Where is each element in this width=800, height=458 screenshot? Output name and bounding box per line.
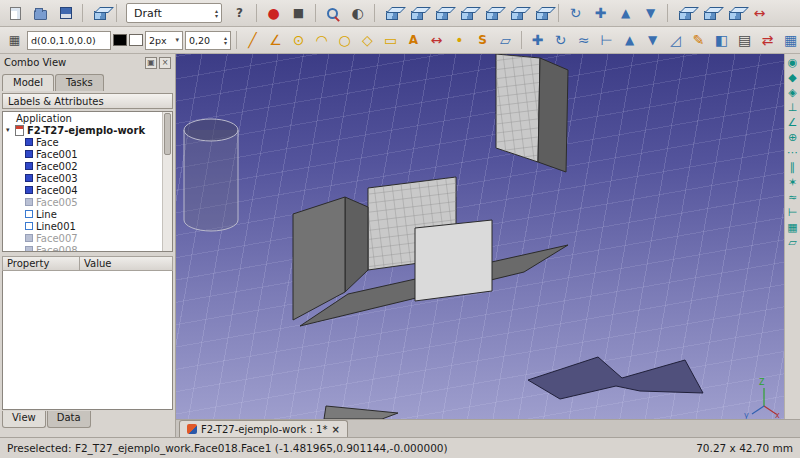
draft-shape2dview-button[interactable]: ▤: [734, 29, 755, 51]
macro-record-button[interactable]: ●: [262, 2, 285, 24]
draft-move-button[interactable]: ✚: [527, 29, 548, 51]
draft-text-button[interactable]: A: [403, 29, 424, 51]
draft-edit-button[interactable]: ✎: [688, 29, 709, 51]
back-wall-face[interactable]: [345, 197, 368, 292]
draft-subelement-button[interactable]: ◧: [711, 29, 732, 51]
macro-stop-button[interactable]: ■: [287, 2, 310, 24]
draft-rectangle-button[interactable]: ▭: [380, 29, 401, 51]
texture-view-button[interactable]: [723, 2, 746, 24]
line-width-select[interactable]: 2px ▾: [145, 31, 183, 50]
draft-polyline-button[interactable]: ∠: [265, 29, 286, 51]
tree-item[interactable]: Line: [3, 208, 172, 220]
flat-polygon-object[interactable]: [528, 357, 703, 399]
snap-center-icon[interactable]: ⊕: [788, 132, 797, 144]
box-side-face[interactable]: [538, 58, 568, 172]
draft-arc-button[interactable]: ◠: [311, 29, 332, 51]
property-column-header[interactable]: Property: [2, 256, 80, 271]
scale-spinbox[interactable]: 0,20 ▴▾: [185, 31, 231, 50]
view-top-button[interactable]: [430, 2, 453, 24]
close-tab-icon[interactable]: ×: [331, 424, 339, 435]
draft-shapestring-button[interactable]: S: [472, 29, 493, 51]
draft-rotate-button[interactable]: ↻: [550, 29, 571, 51]
3d-viewport[interactable]: Z x y: [176, 54, 784, 419]
snap-midpoint-icon[interactable]: ◈: [788, 87, 796, 99]
draft-line-button[interactable]: ╱: [242, 29, 263, 51]
draw-style-button[interactable]: ◐: [346, 2, 369, 24]
zoom-fit-button[interactable]: [321, 2, 344, 24]
tree-item[interactable]: Face003: [3, 172, 172, 184]
close-panel-icon[interactable]: ×: [159, 57, 171, 69]
ground-shape-object[interactable]: [324, 406, 398, 419]
clipping-plane-button[interactable]: [698, 2, 721, 24]
view-left-button[interactable]: [530, 2, 553, 24]
draft-draft2sketch-button[interactable]: ⇄: [757, 29, 778, 51]
front-panel-face[interactable]: [415, 220, 492, 301]
tree-item[interactable]: Face: [3, 136, 172, 148]
tree-item[interactable]: Face005: [3, 196, 172, 208]
snap-grid-icon[interactable]: ▦: [787, 222, 797, 234]
draft-upgrade-button[interactable]: ▲: [619, 29, 640, 51]
draft-ellipse-button[interactable]: ○: [334, 29, 355, 51]
snap-angle-icon[interactable]: ∠: [788, 117, 798, 129]
part-box-button[interactable]: [88, 2, 111, 24]
document-tab[interactable]: F2-T27-ejemplo-work : 1* ×: [179, 420, 348, 437]
tree-item[interactable]: Face001: [3, 148, 172, 160]
measure-distance-button[interactable]: ↔: [748, 2, 771, 24]
grid-toggle-button[interactable]: ▦: [4, 29, 25, 51]
workbench-selector[interactable]: Draft ▴▾: [126, 3, 222, 23]
tree-item[interactable]: Face004: [3, 184, 172, 196]
snap-near-icon[interactable]: ≈: [788, 192, 797, 204]
view-up-button[interactable]: ▲: [614, 2, 637, 24]
draft-dimension-button[interactable]: ↔: [426, 29, 447, 51]
property-table-body[interactable]: [2, 271, 173, 410]
tree-item[interactable]: Line001: [3, 220, 172, 232]
labels-attributes-header[interactable]: Labels & Attributes: [2, 93, 173, 109]
value-column-header[interactable]: Value: [80, 256, 173, 271]
tree-scrollbar[interactable]: [162, 112, 172, 251]
dock-panel-icon[interactable]: ▣: [145, 57, 157, 69]
draft-circle-button[interactable]: ⊙: [288, 29, 309, 51]
tab-view[interactable]: View: [2, 411, 46, 428]
new-document-button[interactable]: [4, 2, 27, 24]
working-plane-field[interactable]: d(0.0,1.0,0.0): [27, 31, 111, 50]
view-isometric-button[interactable]: [380, 2, 403, 24]
scrollbar-thumb[interactable]: [164, 113, 171, 155]
box-object[interactable]: [496, 54, 568, 172]
tree-item[interactable]: Face008: [3, 244, 172, 252]
snap-ortho-icon[interactable]: ⊢: [788, 207, 798, 219]
snap-special-icon[interactable]: ✶: [788, 177, 797, 189]
sheet-structure-object[interactable]: [293, 177, 568, 326]
draft-offset-button[interactable]: ≈: [573, 29, 594, 51]
view-rear-button[interactable]: [480, 2, 503, 24]
cylinder-object[interactable]: [184, 119, 238, 231]
snap-extension-icon[interactable]: ⋯: [787, 147, 798, 159]
snap-lock-icon[interactable]: ◉: [788, 57, 798, 69]
draft-point-button[interactable]: •: [449, 29, 470, 51]
line-color-swatch[interactable]: [113, 34, 127, 46]
tree-item-application[interactable]: Application: [3, 112, 172, 124]
snap-working-plane-icon[interactable]: ▱: [788, 237, 796, 249]
draft-downgrade-button[interactable]: ▼: [642, 29, 663, 51]
tree-item-document[interactable]: ▾ F2-T27-ejemplo-work: [3, 124, 172, 136]
snap-endpoint-icon[interactable]: ◆: [788, 72, 796, 84]
tab-model[interactable]: Model: [2, 74, 54, 91]
view-bottom-button[interactable]: [505, 2, 528, 24]
tab-data[interactable]: Data: [47, 411, 91, 428]
save-document-button[interactable]: [54, 2, 77, 24]
face-color-swatch[interactable]: [129, 34, 143, 46]
draft-array-button[interactable]: ▦: [780, 29, 800, 51]
whatsthis-button[interactable]: ?: [228, 2, 251, 24]
draft-trimex-button[interactable]: ⊢: [596, 29, 617, 51]
open-document-button[interactable]: [29, 2, 52, 24]
tree-item[interactable]: Face002: [3, 160, 172, 172]
view-front-button[interactable]: [405, 2, 428, 24]
snap-perpendicular-icon[interactable]: ⊥: [788, 102, 798, 114]
view-rotate-button[interactable]: ↻: [564, 2, 587, 24]
expander-icon[interactable]: ▾: [6, 126, 15, 134]
view-down-button[interactable]: ▼: [639, 2, 662, 24]
snap-parallel-icon[interactable]: ∥: [790, 162, 796, 174]
pan-view-button[interactable]: ✚: [589, 2, 612, 24]
tree-item[interactable]: Face007: [3, 232, 172, 244]
draft-scale-button[interactable]: ◿: [665, 29, 686, 51]
view-right-button[interactable]: [455, 2, 478, 24]
